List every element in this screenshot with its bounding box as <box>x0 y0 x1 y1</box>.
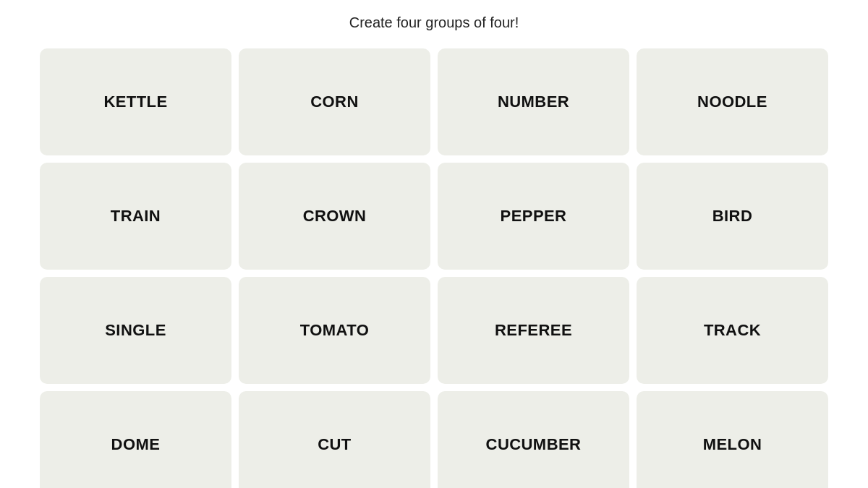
tile-melon[interactable]: MELON <box>637 391 828 488</box>
tile-bird[interactable]: BIRD <box>637 163 828 270</box>
tile-single[interactable]: SINGLE <box>40 277 231 384</box>
tile-label-tomato: TOMATO <box>300 321 370 340</box>
tile-label-corn: CORN <box>310 93 359 111</box>
tile-tomato[interactable]: TOMATO <box>239 277 430 384</box>
tile-label-track: TRACK <box>704 321 761 340</box>
tile-label-noodle: NOODLE <box>697 93 767 111</box>
page-subtitle: Create four groups of four! <box>349 14 519 31</box>
tile-cucumber[interactable]: CUCUMBER <box>438 391 629 488</box>
tile-label-referee: REFEREE <box>495 321 572 340</box>
tile-noodle[interactable]: NOODLE <box>637 48 828 155</box>
tile-label-melon: MELON <box>703 435 762 454</box>
tile-label-cucumber: CUCUMBER <box>486 435 582 454</box>
tile-train[interactable]: TRAIN <box>40 163 231 270</box>
tile-track[interactable]: TRACK <box>637 277 828 384</box>
tile-label-number: NUMBER <box>498 93 569 111</box>
tile-cut[interactable]: CUT <box>239 391 430 488</box>
tile-label-single: SINGLE <box>105 321 166 340</box>
tile-pepper[interactable]: PEPPER <box>438 163 629 270</box>
tile-number[interactable]: NUMBER <box>438 48 629 155</box>
tile-label-cut: CUT <box>318 435 352 454</box>
tile-kettle[interactable]: KETTLE <box>40 48 231 155</box>
tile-label-kettle: KETTLE <box>103 93 167 111</box>
tile-dome[interactable]: DOME <box>40 391 231 488</box>
tile-crown[interactable]: CROWN <box>239 163 430 270</box>
tile-label-train: TRAIN <box>111 207 161 226</box>
tile-label-bird: BIRD <box>712 207 753 226</box>
tile-label-crown: CROWN <box>303 207 367 226</box>
tile-label-pepper: PEPPER <box>501 207 567 226</box>
tile-corn[interactable]: CORN <box>239 48 430 155</box>
tile-label-dome: DOME <box>111 435 161 454</box>
tile-referee[interactable]: REFEREE <box>438 277 629 384</box>
word-grid: KETTLECORNNUMBERNOODLETRAINCROWNPEPPERBI… <box>40 48 828 488</box>
